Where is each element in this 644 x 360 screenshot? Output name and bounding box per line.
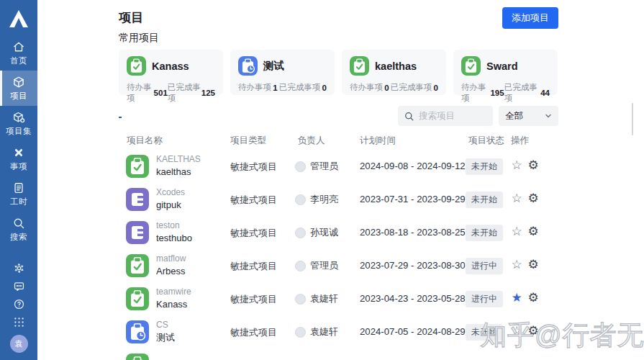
owner-avatar: [295, 327, 306, 338]
owner-cell: 孙现诚: [295, 226, 338, 239]
search-input[interactable]: [419, 111, 484, 121]
tab[interactable]: [119, 105, 122, 118]
sidebar-bottom: 袁: [10, 261, 28, 360]
todo-count: 195: [490, 89, 504, 97]
column-header: 计划时间: [360, 135, 396, 147]
favorite-project-card[interactable]: kaelthas 待办事项 0 已完成事项 0: [342, 50, 446, 95]
owner-cell: 管理员: [295, 160, 338, 173]
search-icon: [404, 111, 414, 122]
table-header: 项目名称项目类型负责人计划时间项目状态操作: [119, 135, 558, 150]
project-type: 敏捷式项目: [230, 227, 277, 240]
project-type: 敏捷式项目: [230, 260, 277, 273]
sidebar-item-icon: [0, 40, 37, 53]
project-subtitle: gitpuk: [156, 199, 185, 211]
scrollbar-thumb[interactable]: [632, 103, 633, 135]
project-name: kaelthas: [375, 60, 417, 72]
project-subtitle: Arbess: [156, 265, 186, 277]
sidebar-nav: 首页 项目 项目集 事项 工时 搜索: [0, 35, 37, 247]
sidebar-item-label: 事项: [0, 161, 37, 172]
sidebar: 首页 项目 项目集 事项 工时 搜索 袁: [0, 0, 37, 360]
column-header: 项目状态: [468, 135, 504, 147]
sidebar-item-search[interactable]: 搜索: [0, 212, 37, 247]
column-header: 项目名称: [127, 135, 163, 147]
filter-row: 全部: [119, 105, 558, 128]
table-row[interactable]: matflow Arbess 敏捷式项目 管理员 2023-07-29 - 20…: [119, 249, 558, 282]
table-row[interactable]: teston testhubo 敏捷式项目 孙现诚 2023-08-18 - 2…: [119, 216, 558, 249]
owner-avatar: [295, 161, 306, 172]
project-subtitle: 测试: [156, 331, 175, 343]
sidebar-item-label: 搜索: [0, 232, 37, 243]
page-title: 项目: [119, 9, 143, 26]
project-title: matflow: [156, 253, 186, 265]
kanass-logo-icon[interactable]: [6, 6, 31, 31]
sidebar-item-clover[interactable]: 事项: [0, 141, 37, 176]
project-search-box[interactable]: [398, 106, 493, 126]
status-badge: 未开始: [466, 225, 503, 241]
sidebar-item-cube[interactable]: 项目: [0, 71, 37, 106]
owner-cell: 李明亮: [295, 193, 338, 206]
settings-gear-icon[interactable]: ⚙: [526, 224, 540, 239]
sidebar-item-doc[interactable]: 工时: [0, 176, 37, 212]
sidebar-item-icon: [0, 181, 37, 194]
help-icon[interactable]: [12, 297, 25, 310]
owner-name: 李明亮: [310, 193, 338, 206]
project-type: 敏捷式项目: [230, 161, 277, 174]
owner-name: 管理员: [310, 259, 338, 272]
project-title: teston: [156, 220, 192, 232]
add-project-button[interactable]: 添加项目: [502, 7, 558, 29]
project-icon: [350, 56, 369, 76]
star-icon[interactable]: ☆: [509, 323, 524, 338]
owner-name: 孙现诚: [310, 226, 338, 239]
project-table-rows: KAELTHAS kaelthas 敏捷式项目 管理员 2024-09-08 -…: [119, 150, 558, 360]
star-icon[interactable]: ☆: [509, 224, 524, 239]
sidebar-item-icon: [0, 111, 37, 124]
star-icon[interactable]: ★: [509, 290, 524, 305]
project-icon: [126, 188, 149, 211]
tab[interactable]: [141, 105, 144, 118]
sidebar-item-home[interactable]: 首页: [0, 35, 37, 71]
tab[interactable]: [163, 105, 166, 118]
star-icon[interactable]: ☆: [509, 191, 524, 206]
message-icon[interactable]: [12, 279, 25, 292]
todo-count: 501: [154, 89, 168, 97]
settings-gear-icon[interactable]: ⚙: [526, 290, 540, 305]
star-icon[interactable]: ☆: [509, 257, 524, 272]
table-row[interactable]: teamwire Kanass 敏捷式项目 袁婕轩 2023-04-23 - 2…: [119, 282, 558, 315]
settings-icon[interactable]: [12, 261, 25, 274]
user-avatar[interactable]: 袁: [10, 335, 28, 353]
status-filter-select[interactable]: 全部: [499, 106, 558, 126]
done-label: 已完成事项: [391, 82, 432, 93]
favorite-project-card[interactable]: Kanass 待办事项 501 已完成事项 125: [119, 50, 223, 95]
star-icon[interactable]: ☆: [509, 158, 524, 173]
todo-label: 待办事项: [461, 82, 490, 104]
table-row[interactable]: KAELTHAS kaelthas 敏捷式项目 管理员 2024-09-08 -…: [119, 150, 558, 183]
settings-gear-icon[interactable]: ⚙: [526, 191, 540, 206]
project-type: 敏捷式项目: [230, 326, 277, 339]
done-label: 已完成事项: [168, 82, 201, 104]
table-row[interactable]: Xcodes gitpuk 敏捷式项目 李明亮 2023-07-31 - 202…: [119, 183, 558, 216]
project-icon: [461, 56, 481, 76]
sidebar-item-icon: [0, 217, 37, 230]
settings-gear-icon[interactable]: ⚙: [526, 158, 540, 173]
table-row[interactable]: ☆ ⚙: [119, 348, 558, 360]
settings-gear-icon[interactable]: ⚙: [526, 257, 540, 272]
apps-grid-icon[interactable]: [12, 315, 25, 328]
table-row[interactable]: CS 测试 敏捷式项目 袁婕轩 2024-07-05 - 2024-08-29 …: [119, 315, 558, 348]
favorite-project-card[interactable]: 测试 待办事项 1 已完成事项 0: [230, 50, 335, 95]
status-badge: 未开始: [466, 192, 503, 208]
sidebar-item-icon: [0, 76, 37, 89]
todo-label: 待办事项: [238, 82, 271, 93]
settings-gear-icon[interactable]: ⚙: [526, 323, 540, 338]
done-count: 0: [434, 84, 438, 92]
project-subtitle: kaelthas: [156, 166, 201, 178]
done-label: 已完成事项: [279, 82, 321, 93]
plan-time: 2024-07-05 - 2024-08-29: [360, 326, 466, 337]
todo-label: 待办事项: [127, 82, 154, 104]
sidebar-item-cubes[interactable]: 项目集: [0, 106, 37, 141]
project-icon: [126, 354, 149, 360]
project-icon: [126, 221, 149, 244]
todo-label: 待办事项: [350, 82, 383, 93]
project-title: KAELTHAS: [156, 153, 201, 166]
favorite-project-card[interactable]: Sward 待办事项 195 已完成事项 44: [453, 50, 558, 95]
status-badge: 未开始: [466, 324, 503, 341]
